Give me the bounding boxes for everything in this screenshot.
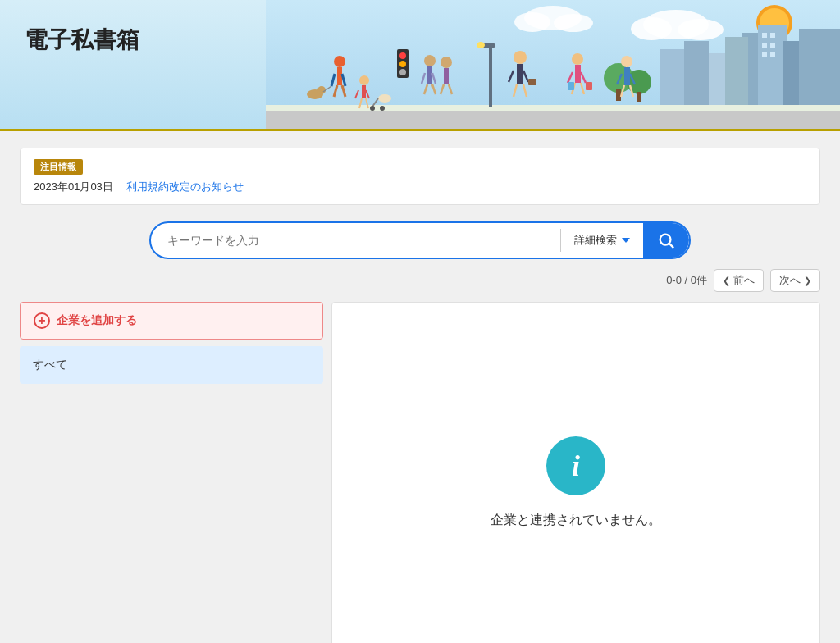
all-item[interactable]: すべて	[20, 346, 323, 384]
svg-rect-24	[616, 89, 621, 101]
svg-rect-71	[568, 82, 574, 90]
advanced-search-label: 詳細検索	[574, 233, 617, 248]
svg-rect-39	[362, 85, 366, 98]
svg-point-73	[621, 56, 632, 67]
no-company-message: 企業と連携されていません。	[491, 512, 661, 529]
svg-rect-26	[637, 92, 641, 102]
two-col-layout: + 企業を追加する すべて i 企業と連携されていません。	[20, 302, 820, 643]
info-icon: i	[546, 436, 605, 495]
svg-rect-14	[770, 33, 775, 38]
svg-point-44	[378, 94, 391, 103]
svg-rect-59	[517, 64, 523, 84]
header: 電子私書箱	[0, 0, 840, 131]
svg-point-5	[678, 19, 724, 40]
svg-rect-72	[586, 82, 592, 90]
svg-rect-55	[444, 68, 449, 84]
svg-rect-64	[528, 79, 536, 85]
notice-bar: 注目情報 2023年01月03日 利用規約改定のお知らせ	[20, 148, 820, 205]
svg-point-54	[441, 57, 452, 68]
advanced-search-button[interactable]: 詳細検索	[561, 233, 643, 248]
notice-date: 2023年01月03日	[34, 180, 113, 194]
search-icon	[657, 231, 675, 249]
svg-point-38	[359, 75, 369, 85]
svg-rect-28	[266, 111, 840, 131]
next-page-button[interactable]: 次へ ❯	[770, 269, 820, 292]
notice-row: 2023年01月03日 利用規約改定のお知らせ	[34, 180, 806, 194]
search-area: 詳細検索	[20, 221, 820, 259]
svg-rect-66	[575, 65, 581, 83]
svg-point-58	[514, 51, 527, 64]
svg-rect-79	[489, 45, 492, 107]
svg-rect-13	[762, 33, 767, 38]
svg-rect-18	[770, 52, 775, 57]
svg-point-29	[334, 56, 345, 67]
svg-point-8	[554, 14, 593, 32]
all-label: すべて	[33, 358, 67, 371]
add-company-button[interactable]: + 企業を追加する	[20, 302, 323, 340]
svg-point-4	[631, 17, 672, 40]
svg-point-25	[627, 70, 651, 94]
svg-point-7	[514, 12, 550, 32]
page-title: 電子私書箱	[25, 25, 139, 56]
pagination-row: 0-0 / 0件 ❮ 前へ 次へ ❯	[20, 269, 820, 292]
svg-point-48	[424, 55, 436, 66]
svg-point-85	[399, 69, 406, 75]
right-panel: i 企業と連携されていません。	[331, 302, 820, 643]
pagination-count: 0-0 / 0件	[666, 273, 707, 288]
next-label: 次へ	[779, 273, 801, 288]
svg-rect-17	[762, 52, 767, 57]
svg-rect-74	[624, 67, 630, 85]
search-wrapper: 詳細検索	[149, 221, 691, 259]
svg-rect-16	[770, 43, 775, 48]
main-content: 注目情報 2023年01月03日 利用規約改定のお知らせ 詳細検索 0-0 / …	[0, 131, 840, 643]
svg-point-46	[370, 106, 375, 111]
prev-page-button[interactable]: ❮ 前へ	[714, 269, 764, 292]
add-company-label: 企業を追加する	[57, 313, 137, 328]
svg-rect-30	[337, 67, 342, 85]
search-button[interactable]	[643, 221, 689, 259]
svg-point-65	[572, 53, 583, 65]
notice-link[interactable]: 利用規約改定のお知らせ	[126, 180, 244, 194]
chevron-down-icon	[622, 238, 630, 243]
header-illustration	[266, 0, 840, 131]
notice-badge: 注目情報	[34, 159, 83, 175]
svg-point-81	[477, 42, 485, 48]
svg-line-87	[669, 244, 673, 248]
svg-rect-49	[427, 66, 432, 84]
prev-label: 前へ	[733, 273, 755, 288]
svg-point-36	[317, 86, 326, 94]
svg-point-84	[399, 61, 406, 67]
svg-point-83	[399, 52, 406, 59]
search-input[interactable]	[151, 234, 560, 247]
prev-chevron-icon: ❮	[723, 276, 730, 286]
left-sidebar: + 企業を追加する すべて	[20, 302, 323, 643]
svg-rect-15	[762, 43, 767, 48]
plus-circle-icon: +	[34, 312, 50, 329]
svg-point-47	[380, 106, 385, 111]
svg-point-86	[660, 235, 671, 245]
next-chevron-icon: ❯	[804, 276, 811, 286]
